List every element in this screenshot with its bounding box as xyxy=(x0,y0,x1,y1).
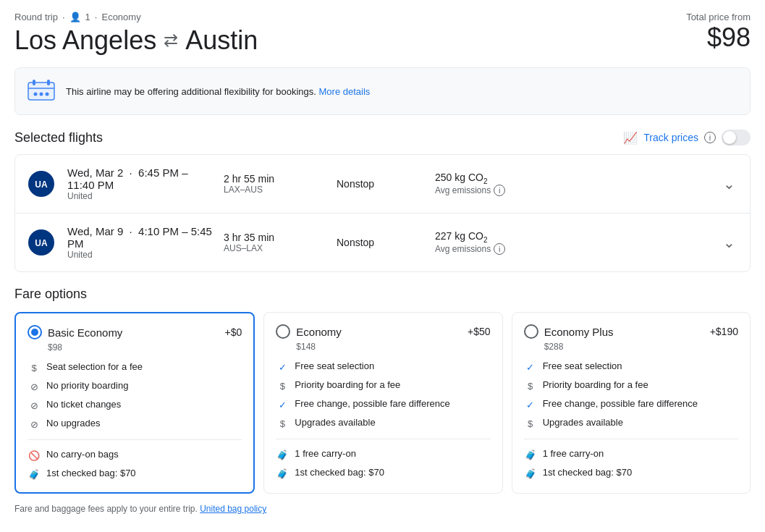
fare-feature: $ Upgrades available xyxy=(276,417,490,430)
fare-card-economy-plus[interactable]: Economy Plus +$190 $288 ✓ Free seat sele… xyxy=(512,312,751,494)
fare-price-3: $288 xyxy=(544,342,738,352)
destination-city: Austin xyxy=(185,25,258,56)
emissions-info-icon-1[interactable]: i xyxy=(494,185,505,196)
no-icon: ⊘ xyxy=(28,418,41,431)
dollar-icon: $ xyxy=(524,417,537,430)
footer-note: Fare and baggage fees apply to your enti… xyxy=(14,504,751,514)
cabin-class: Economy xyxy=(101,12,140,22)
fare-feature: ⊘ No priority boarding xyxy=(28,380,242,393)
fare-feature: $ Seat selection for a fee xyxy=(28,361,242,374)
fare-price-1: $98 xyxy=(48,342,242,352)
flights-container: UA Wed, Mar 2 · 6:45 PM – 11:40 PM Unite… xyxy=(14,154,751,272)
check-icon: ✓ xyxy=(276,398,289,411)
check-icon: ✓ xyxy=(524,398,537,411)
fare-card-header-1: Basic Economy +$0 xyxy=(28,325,242,339)
flight-time-info-1: Wed, Mar 2 · 6:45 PM – 11:40 PM United xyxy=(67,166,212,201)
flight-row-2: UA Wed, Mar 9 · 4:10 PM – 5:45 PM United… xyxy=(15,214,750,271)
fare-add-1: +$0 xyxy=(225,326,242,338)
track-prices-container: 📈 Track prices i xyxy=(623,130,751,145)
flight-stops-2: Nonstop xyxy=(337,237,423,248)
fare-price-2: $148 xyxy=(296,342,490,352)
flight-duration-2: 3 hr 35 min AUS–LAX xyxy=(224,232,325,253)
trip-meta: Round trip · 👤 1 · Economy xyxy=(14,12,258,22)
fare-features-2: ✓ Free seat selection $ Priority boardin… xyxy=(276,360,490,430)
fare-feature: ✓ Free change, possible fare difference xyxy=(276,398,490,411)
flexibility-banner: This airline may be offering additional … xyxy=(14,67,751,115)
fare-add-3: +$190 xyxy=(710,326,738,337)
origin-city: Los Angeles xyxy=(14,25,156,56)
fare-feature: ⊘ No upgrades xyxy=(28,418,242,431)
trip-type: Round trip xyxy=(14,12,58,22)
svg-text:UA: UA xyxy=(35,180,48,190)
passenger-count: 1 xyxy=(85,12,90,22)
track-prices-toggle[interactable] xyxy=(722,130,751,145)
bag-icon: 🧳 xyxy=(524,467,537,480)
fare-radio-economy-plus[interactable] xyxy=(524,324,538,339)
check-icon: ✓ xyxy=(524,360,537,373)
dollar-icon: $ xyxy=(276,379,289,392)
fare-baggage-2: 🧳 1 free carry-on 🧳 1st checked bag: $70 xyxy=(276,448,490,480)
airline-name-1: United xyxy=(67,191,212,201)
airline-logo-1: UA xyxy=(27,169,56,198)
bag-policy-link[interactable]: United bag policy xyxy=(200,504,266,514)
fare-feature: 🧳 1 free carry-on xyxy=(524,448,738,461)
bag-icon: 🧳 xyxy=(276,467,289,480)
track-prices-link[interactable]: Track prices xyxy=(643,132,698,143)
airline-logo-2: UA xyxy=(27,228,56,257)
fare-radio-basic-economy[interactable] xyxy=(28,325,42,339)
svg-rect-1 xyxy=(33,80,35,85)
flight-duration-1: 2 hr 55 min LAX–AUS xyxy=(224,173,325,195)
track-prices-icon: 📈 xyxy=(623,131,638,145)
fare-feature: ⊘ No ticket changes xyxy=(28,399,242,412)
track-prices-info-icon[interactable]: i xyxy=(704,132,716,143)
dollar-icon: $ xyxy=(524,379,537,392)
selected-flights-header: Selected flights 📈 Track prices i xyxy=(14,130,751,145)
fare-cards-container: Basic Economy +$0 $98 $ Seat selection f… xyxy=(14,312,751,494)
fare-feature: 🚫 No carry-on bags xyxy=(28,449,242,462)
svg-point-5 xyxy=(40,93,43,96)
flight-time-info-2: Wed, Mar 9 · 4:10 PM – 5:45 PM United xyxy=(67,225,212,260)
dollar-icon: $ xyxy=(28,361,41,374)
fare-feature: 🧳 1st checked bag: $70 xyxy=(28,468,242,481)
total-price-label: Total price from xyxy=(686,12,751,22)
emissions-info-icon-2[interactable]: i xyxy=(494,243,505,255)
header-left: Round trip · 👤 1 · Economy Los Angeles ⇄… xyxy=(14,12,258,56)
route-arrow-icon: ⇄ xyxy=(164,30,178,51)
fare-add-2: +$50 xyxy=(468,326,491,337)
no-bag-icon: 🚫 xyxy=(28,449,41,462)
header-right: Total price from $98 xyxy=(686,12,751,53)
fare-name-2: Economy xyxy=(296,326,342,338)
fare-baggage-1: 🚫 No carry-on bags 🧳 1st checked bag: $7… xyxy=(28,449,242,481)
fare-feature: $ Priority boarding for a fee xyxy=(524,379,738,392)
svg-text:UA: UA xyxy=(35,238,48,248)
fare-name-3: Economy Plus xyxy=(544,326,614,338)
fare-features-3: ✓ Free seat selection $ Priority boardin… xyxy=(524,360,738,430)
fare-options-section: Fare options Basic Economy +$0 $98 $ Sea… xyxy=(14,287,751,514)
expand-flight-1[interactable]: ⌄ xyxy=(720,172,738,195)
fare-feature: $ Upgrades available xyxy=(524,417,738,430)
bag-icon: 🧳 xyxy=(276,448,289,461)
fare-card-basic-economy[interactable]: Basic Economy +$0 $98 $ Seat selection f… xyxy=(14,312,255,494)
fare-radio-economy[interactable] xyxy=(276,324,290,339)
no-icon: ⊘ xyxy=(28,399,41,412)
fare-feature: 🧳 1st checked bag: $70 xyxy=(524,467,738,480)
fare-card-economy[interactable]: Economy +$50 $148 ✓ Free seat selection … xyxy=(263,312,502,494)
fare-name-1: Basic Economy xyxy=(48,326,122,339)
bag-icon: 🧳 xyxy=(524,448,537,461)
route-display: Los Angeles ⇄ Austin xyxy=(14,25,258,56)
selected-flights-title: Selected flights xyxy=(14,130,103,145)
more-details-link[interactable]: More details xyxy=(319,86,371,97)
flight-time-2: Wed, Mar 9 · 4:10 PM – 5:45 PM xyxy=(67,225,212,250)
fare-feature: 🧳 1 free carry-on xyxy=(276,448,490,461)
fare-feature: 🧳 1st checked bag: $70 xyxy=(276,467,490,480)
flight-emissions-2: 227 kg CO2 Avg emissions i xyxy=(435,230,709,256)
flight-time-1: Wed, Mar 2 · 6:45 PM – 11:40 PM xyxy=(67,166,212,191)
bag-icon: 🧳 xyxy=(28,468,41,481)
page-header: Round trip · 👤 1 · Economy Los Angeles ⇄… xyxy=(14,12,751,56)
person-icon: 👤 xyxy=(69,12,81,22)
dollar-icon: $ xyxy=(276,417,289,430)
expand-flight-2[interactable]: ⌄ xyxy=(720,231,738,254)
flight-row: UA Wed, Mar 2 · 6:45 PM – 11:40 PM Unite… xyxy=(15,155,750,214)
fare-feature: ✓ Free change, possible fare difference xyxy=(524,398,738,411)
fare-baggage-3: 🧳 1 free carry-on 🧳 1st checked bag: $70 xyxy=(524,448,738,480)
